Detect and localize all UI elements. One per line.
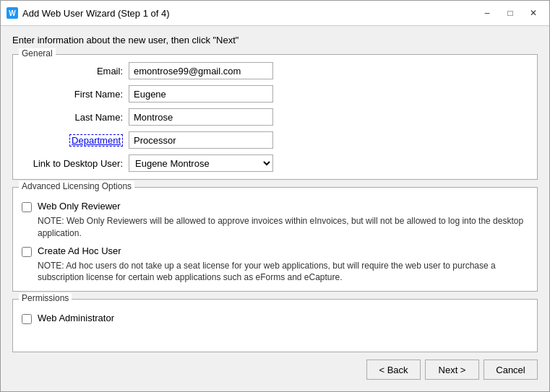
window-title: Add Web User Wizard (Step 1 of 4) [22, 8, 477, 19]
app-icon: W [7, 7, 18, 19]
firstname-input[interactable] [129, 85, 273, 103]
advanced-section: Advanced Licensing Options Web Only Revi… [12, 187, 538, 292]
cancel-button[interactable]: Cancel [484, 360, 538, 380]
permissions-section-label: Permissions [19, 293, 72, 303]
adhoc-row: Create Ad Hoc User [22, 245, 528, 257]
close-button[interactable]: ✕ [523, 5, 543, 21]
email-row: Email: [22, 62, 528, 79]
web-admin-row: Web Administrator [22, 313, 528, 324]
general-section-label: General [19, 48, 56, 58]
firstname-label: First Name: [22, 89, 123, 100]
footer-buttons: < Back Next > Cancel [12, 352, 538, 383]
web-only-checkbox[interactable] [22, 202, 32, 212]
permissions-section: Permissions Web Administrator [12, 299, 538, 352]
web-admin-label: Web Administrator [38, 313, 114, 323]
window-controls: – □ ✕ [477, 5, 543, 21]
minimize-button[interactable]: – [477, 5, 497, 21]
email-label: Email: [22, 66, 123, 77]
department-row: Department [22, 131, 528, 149]
adhoc-checkbox[interactable] [22, 247, 32, 257]
link-label: Link to Desktop User: [22, 158, 123, 169]
department-input[interactable] [129, 131, 273, 149]
link-to-desktop-select[interactable]: Eugene Montrose [129, 154, 273, 172]
link-row: Link to Desktop User: Eugene Montrose [22, 154, 528, 172]
instruction-text: Enter information about the new user, th… [12, 35, 538, 45]
wizard-window: W Add Web User Wizard (Step 1 of 4) – □ … [0, 0, 550, 392]
web-only-label: Web Only Reviewer [38, 201, 121, 212]
lastname-input[interactable] [129, 108, 273, 126]
department-label[interactable]: Department [22, 135, 123, 146]
general-section: General Email: First Name: Last Name: De… [12, 54, 538, 180]
firstname-row: First Name: [22, 85, 528, 103]
lastname-label: Last Name: [22, 112, 123, 123]
adhoc-note: NOTE: Ad hoc users do not take up a seat… [38, 260, 528, 284]
maximize-button[interactable]: □ [500, 5, 520, 21]
next-button[interactable]: Next > [425, 360, 479, 380]
window-content: Enter information about the new user, th… [1, 26, 549, 391]
web-only-row: Web Only Reviewer [22, 201, 528, 212]
lastname-row: Last Name: [22, 108, 528, 126]
title-bar: W Add Web User Wizard (Step 1 of 4) – □ … [1, 1, 549, 26]
email-input[interactable] [129, 62, 273, 79]
web-only-note: NOTE: Web Only Reviewers will be allowed… [38, 215, 528, 240]
back-button[interactable]: < Back [366, 360, 421, 380]
adhoc-label: Create Ad Hoc User [38, 245, 121, 256]
advanced-section-label: Advanced Licensing Options [19, 181, 134, 191]
web-admin-checkbox[interactable] [22, 314, 32, 324]
